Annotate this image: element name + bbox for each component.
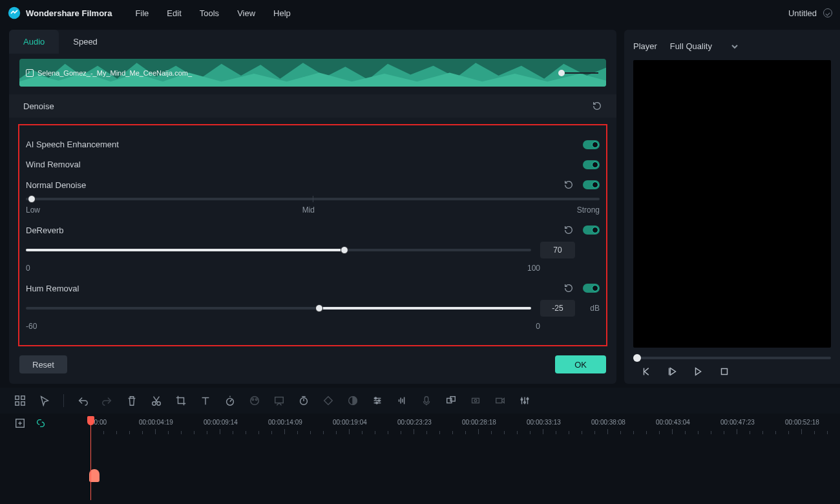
menu-help[interactable]: Help [273,8,291,18]
chevron-down-icon [731,43,738,50]
redo-icon[interactable] [101,395,113,406]
adjust-icon[interactable] [372,395,383,406]
ruler-stamp: 00:00:23:23 [397,419,432,426]
wind-removal-toggle[interactable] [583,160,600,169]
main-menu: File Edit Tools View Help [135,8,290,18]
app-logo-icon [8,6,21,19]
ai-speech-label: AI Speech Enhancement [26,140,119,149]
group-icon[interactable] [445,395,457,406]
marker-icon[interactable] [470,395,481,406]
greenscreen-icon[interactable] [273,395,285,406]
dereverb-reset-icon[interactable] [563,225,574,235]
tab-speed[interactable]: Speed [59,30,112,54]
svg-point-9 [251,397,259,405]
timeline-ruler[interactable]: 00:00 00:00:04:1900:00:09:1400:00:14:090… [90,419,840,438]
svg-rect-19 [447,398,452,403]
ruler-stamp: 00:00:28:18 [462,419,496,426]
voiceover-icon[interactable] [421,395,432,406]
svg-rect-18 [425,397,428,403]
hum-removal-slider[interactable] [26,307,531,310]
mask-icon[interactable] [347,395,359,406]
svg-point-10 [252,399,254,401]
stop-button[interactable] [719,366,730,377]
prev-frame-button[interactable] [641,366,653,377]
player-progress[interactable] [633,357,831,359]
normal-denoise-strong: Strong [577,205,600,215]
tab-audio[interactable]: Audio [9,30,59,54]
ai-speech-toggle[interactable] [583,140,600,149]
dereverb-slider[interactable] [26,249,531,251]
menu-edit[interactable]: Edit [167,8,181,18]
crop-icon[interactable] [175,395,187,406]
wind-removal-label: Wind Removal [26,160,81,169]
svg-point-13 [300,398,308,405]
timer-icon[interactable] [298,395,310,406]
dereverb-max: 100 [527,264,540,273]
ruler-stamp: 00:00:47:23 [720,419,755,426]
dereverb-label: DeReverb [26,226,64,235]
keyframe-icon[interactable] [322,395,334,406]
playhead[interactable] [90,416,91,500]
waveform-clip[interactable]: Selena_Gomez_-_My_Mind_Me_CeeNaija.com_ [19,59,606,87]
svg-rect-3 [21,396,25,399]
svg-rect-2 [16,396,19,399]
quality-value: Full Quality [670,41,712,51]
svg-rect-5 [21,402,25,405]
reset-button[interactable]: Reset [19,355,67,373]
dereverb-min: 0 [26,264,30,273]
undo-icon[interactable] [77,395,89,406]
cursor-icon[interactable] [39,395,50,406]
ruler-stamp: 00:00:19:04 [333,419,367,426]
hum-max: 0 [536,322,540,331]
record-icon[interactable] [494,395,506,406]
svg-rect-23 [496,398,502,403]
hum-reset-icon[interactable] [563,283,574,293]
hum-min: -60 [26,322,37,331]
ok-button[interactable]: OK [555,355,606,373]
player-panel: Player Full Quality [624,30,840,384]
audio-adjust-icon[interactable] [396,395,408,406]
svg-point-8 [227,398,234,405]
normal-denoise-reset-icon[interactable] [563,180,574,190]
audio-mix-icon[interactable] [519,395,530,406]
normal-denoise-toggle[interactable] [583,180,600,189]
ruler-stamp: 00:00:38:08 [591,419,625,426]
normal-denoise-label: Normal Denoise [26,180,86,190]
svg-rect-12 [275,397,284,403]
svg-rect-4 [16,402,19,405]
svg-point-22 [474,399,477,402]
document-status-icon [823,8,832,17]
hum-removal-value[interactable]: -25 [540,300,575,317]
cut-icon[interactable] [151,395,162,406]
hum-removal-toggle[interactable] [583,284,600,293]
menu-view[interactable]: View [237,8,255,18]
menu-file[interactable]: File [135,8,149,18]
speed-icon[interactable] [224,395,236,406]
audio-panel: Audio Speed Selena_Gomez_-_My_Mind_Me_Ce… [9,30,616,384]
timeline-toolbar [0,388,840,414]
next-button[interactable] [693,366,704,377]
text-icon[interactable] [200,395,211,406]
delete-icon[interactable] [126,395,138,406]
timeline[interactable]: 00:00 00:00:04:1900:00:09:1400:00:14:090… [0,414,840,500]
reset-section-icon[interactable] [592,101,602,111]
link-icon[interactable] [35,417,47,429]
svg-rect-20 [450,397,455,401]
layout-icon[interactable] [14,395,26,406]
ruler-stamp: 00:00:43:04 [656,419,690,426]
quality-select[interactable]: Full Quality [666,39,742,54]
normal-denoise-low: Low [26,205,40,215]
normal-denoise-slider[interactable] [26,198,600,200]
dereverb-value[interactable]: 70 [540,242,575,258]
color-icon[interactable] [249,395,260,406]
zoom-scrub[interactable] [558,70,598,76]
clip-filename: Selena_Gomez_-_My_Mind_Me_CeeNaija.com_ [37,69,192,77]
ruler-stamp: 00:00:52:18 [785,419,819,426]
dereverb-toggle[interactable] [583,226,600,235]
track-add-icon[interactable] [14,417,26,429]
title-bar: Wondershare Filmora File Edit Tools View… [0,0,840,26]
play-button[interactable] [667,366,678,377]
preview-viewport [633,60,831,348]
ruler-stamp: 00:00:33:13 [527,419,561,426]
menu-tools[interactable]: Tools [200,8,219,18]
